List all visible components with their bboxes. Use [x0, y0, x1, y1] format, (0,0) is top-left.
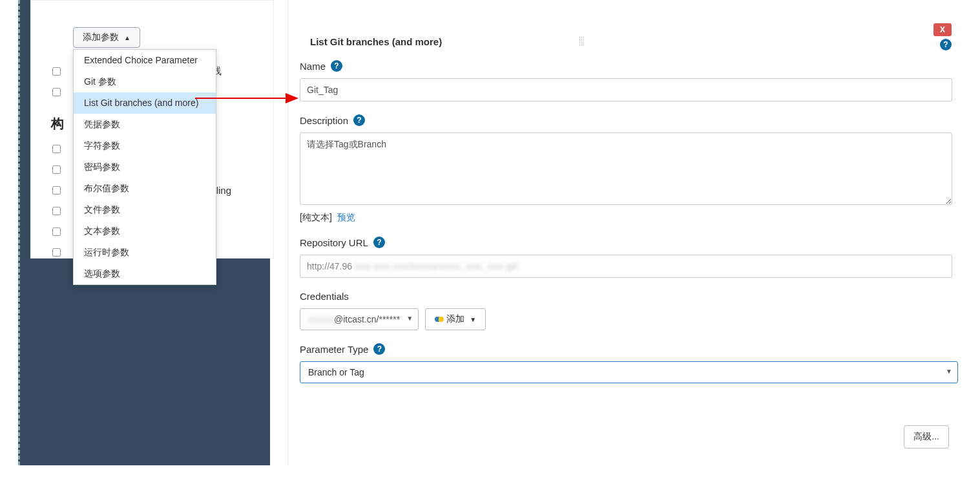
checkbox[interactable] — [52, 207, 61, 215]
dropdown-item-extended-choice[interactable]: Extended Choice Parameter — [74, 50, 216, 71]
credentials-label-text: Credentials — [300, 291, 349, 302]
add-credential-label: 添加 — [446, 313, 464, 325]
checkbox[interactable] — [52, 88, 61, 96]
repo-url-visible: http://47.96 — [307, 261, 352, 271]
left-source-panel: 构 流水线 置 m polling 添加参数 ▲ — [18, 0, 270, 465]
name-label: Name ? — [300, 60, 958, 72]
drag-handle-icon[interactable] — [579, 36, 585, 45]
advanced-button[interactable]: 高级... — [904, 425, 949, 449]
plain-text-label: [纯文本] — [300, 212, 332, 222]
param-type-select[interactable]: Branch or Tag — [300, 361, 958, 383]
checkbox[interactable] — [52, 248, 61, 257]
caret-up-icon: ▲ — [124, 34, 130, 41]
checkbox[interactable] — [52, 145, 61, 153]
help-icon[interactable]: ? — [373, 343, 385, 355]
description-field-group: Description ? [纯文本] 预览 — [300, 114, 958, 224]
description-label: Description ? — [300, 114, 958, 126]
checkbox[interactable] — [52, 186, 61, 195]
help-icon[interactable]: ? — [940, 39, 952, 50]
preview-link[interactable]: 预览 — [337, 212, 355, 222]
close-button[interactable]: X — [933, 23, 952, 36]
checkbox[interactable] — [52, 67, 61, 76]
repo-url-field-group: Repository URL ? http://47.96.xxx.xxx.xx… — [300, 237, 958, 278]
repo-url-label: Repository URL ? — [300, 237, 958, 248]
description-format-hint: [纯文本] 预览 — [300, 212, 958, 224]
add-parameter-button[interactable]: 添加参数 ▲ — [73, 27, 140, 48]
credentials-label: Credentials — [300, 291, 958, 302]
dropdown-item-boolean[interactable]: 布尔值参数 — [74, 178, 216, 199]
credentials-value-text: @itcast.cn/****** — [334, 314, 400, 324]
credentials-field-group: Credentials xxxxx@itcast.cn/****** 添加 ▼ — [300, 291, 958, 330]
dropdown-item-git-param[interactable]: Git 参数 — [74, 71, 216, 92]
help-icon[interactable]: ? — [353, 114, 365, 126]
panel-title-text: List Git branches (and more) — [310, 36, 442, 47]
dropdown-item-text[interactable]: 文本参数 — [74, 220, 216, 242]
description-label-text: Description — [300, 115, 348, 126]
repo-url-redacted: .xxx.xxx.xxx/xxxxx/xxxx_xxx_xxx.git — [352, 261, 518, 271]
name-label-text: Name — [300, 61, 326, 72]
dropdown-item-list-git-branches[interactable]: List Git branches (and more) — [74, 92, 216, 114]
credentials-redacted: xxxxx — [308, 314, 334, 324]
name-input[interactable] — [300, 78, 952, 101]
dropdown-item-file[interactable]: 文件参数 — [74, 199, 216, 220]
dropdown-item-credentials[interactable]: 凭据参数 — [74, 114, 216, 135]
add-parameter-dropdown: Extended Choice Parameter Git 参数 List Gi… — [73, 49, 216, 285]
dropdown-item-string[interactable]: 字符参数 — [74, 135, 216, 156]
param-type-field-group: Parameter Type ? Branch or Tag — [300, 343, 958, 383]
caret-down-icon: ▼ — [470, 316, 476, 323]
dropdown-item-choice[interactable]: 选项参数 — [74, 263, 216, 284]
key-icon — [435, 317, 444, 322]
checkbox[interactable] — [52, 165, 61, 174]
help-icon[interactable]: ? — [373, 237, 385, 248]
repo-url-input[interactable]: http://47.96.xxx.xxx.xxx/xxxxx/xxxx_xxx_… — [300, 255, 952, 278]
name-field-group: Name ? — [300, 60, 958, 101]
panel-title: List Git branches (and more) — [310, 36, 958, 47]
description-textarea[interactable] — [300, 132, 952, 205]
dropdown-item-run[interactable]: 运行时参数 — [74, 242, 216, 263]
dropdown-item-password[interactable]: 密码参数 — [74, 156, 216, 178]
parameter-config-panel: X ? List Git branches (and more) Name ? … — [287, 0, 970, 465]
checkbox[interactable] — [52, 227, 61, 236]
param-type-label: Parameter Type ? — [300, 343, 958, 355]
credentials-select[interactable]: xxxxx@itcast.cn/****** — [300, 308, 419, 330]
help-icon[interactable]: ? — [331, 60, 342, 72]
param-type-label-text: Parameter Type — [300, 344, 368, 355]
repo-url-label-text: Repository URL — [300, 237, 368, 248]
add-credential-button[interactable]: 添加 ▼ — [425, 308, 486, 330]
param-type-value-text: Branch or Tag — [308, 367, 364, 377]
add-parameter-label: 添加参数 — [83, 32, 119, 42]
credentials-row: xxxxx@itcast.cn/****** 添加 ▼ — [300, 308, 958, 330]
